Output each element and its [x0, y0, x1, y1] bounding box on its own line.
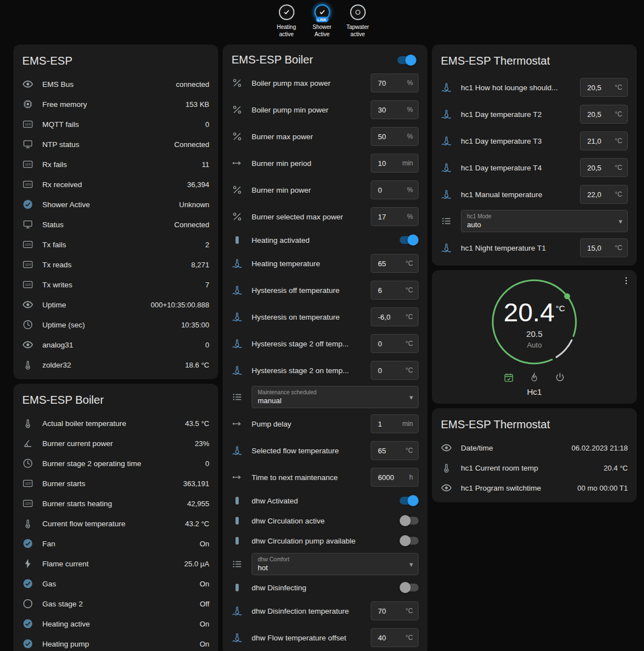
number-input[interactable]: 40°C: [371, 628, 419, 647]
entity-row: Boiler pump max power70%: [232, 70, 419, 96]
number-input[interactable]: 0°C: [371, 361, 419, 380]
entity-row[interactable]: Uptime000+10:35:00.888: [22, 295, 209, 315]
number-input[interactable]: 21,0°C: [580, 131, 628, 150]
number-unit: %: [407, 133, 413, 140]
entity-row[interactable]: NTP statusConnected: [22, 134, 209, 154]
card-header-toggle[interactable]: [397, 56, 416, 64]
number-input[interactable]: 15,0°C: [580, 238, 628, 257]
select-input[interactable]: dhw Comforthot▾: [252, 553, 419, 575]
select-input[interactable]: hc1 Modeauto▾: [461, 210, 628, 232]
number-input[interactable]: 0%: [371, 180, 419, 199]
badge-tapwater-active[interactable]: Tapwater active: [343, 4, 373, 38]
entity-label: hc1 Program switchtime: [461, 484, 568, 492]
number-input[interactable]: 30%: [371, 100, 419, 119]
entity-row: hc1 How hot lounge should...20,5°C: [441, 74, 628, 101]
number-input[interactable]: 70°C: [371, 601, 419, 620]
more-options-icon[interactable]: [621, 276, 631, 286]
number-value: 0: [378, 186, 382, 194]
number-input[interactable]: -6,0°C: [371, 307, 419, 326]
entity-label: hc1 How hot lounge should...: [461, 84, 571, 92]
entity-row[interactable]: Gas stage 2Off: [22, 594, 209, 614]
module-icon: [232, 495, 243, 506]
power-icon[interactable]: [554, 372, 566, 383]
fire-icon[interactable]: [529, 372, 540, 383]
entity-row[interactable]: 123MQTT fails0: [22, 114, 209, 134]
eye-icon: [22, 299, 33, 310]
number-value: 70: [378, 607, 386, 615]
flash-icon: [22, 558, 33, 569]
number-input[interactable]: 6°C: [371, 281, 419, 300]
toggle-switch[interactable]: [400, 236, 419, 244]
entity-row: dhw Circulation pump available: [232, 531, 419, 551]
entity-row[interactable]: zolder3218.6 °C: [22, 355, 209, 375]
card-title: EMS-ESP Thermostat: [432, 408, 637, 438]
entity-row[interactable]: 123Tx reads8,271: [22, 254, 209, 275]
check-icon: [282, 8, 291, 17]
number-input[interactable]: 50%: [371, 127, 419, 146]
entity-row[interactable]: FanOn: [22, 533, 209, 554]
badge-label: Heating active: [272, 23, 302, 38]
entity-label: Heating active: [42, 620, 191, 628]
entity-row[interactable]: GasOn: [22, 574, 209, 594]
entity-row[interactable]: analog310: [22, 335, 209, 355]
toggle-switch[interactable]: [400, 517, 419, 525]
entity-row[interactable]: hc1 Program switchtime00 mo 00:00 T1: [441, 478, 628, 498]
entity-row[interactable]: Actual boiler temperature43.5 °C: [22, 413, 209, 433]
entity-row[interactable]: Heating pumpOn: [22, 634, 209, 651]
number-input[interactable]: 0°C: [371, 334, 419, 353]
counter-icon: 123: [22, 239, 33, 250]
thermostat-dial[interactable]: 20.4°C 20.5 Auto: [484, 276, 584, 371]
target-temperature: 20.5: [526, 329, 542, 339]
number-input[interactable]: 20,5°C: [580, 158, 628, 177]
entity-row[interactable]: 123Burner starts heating42,955: [22, 493, 209, 513]
entity-value: 2: [205, 241, 209, 249]
number-input[interactable]: 70%: [371, 74, 419, 92]
badge-shower-active[interactable]: LINK Shower Active: [307, 4, 337, 38]
entity-row[interactable]: StatusConnected: [22, 214, 209, 234]
counter-icon: 123: [22, 259, 33, 270]
entity-row[interactable]: 123Rx received36,394: [22, 174, 209, 194]
entity-row[interactable]: Date/time06.02.2023 21:18: [441, 438, 628, 458]
tapwater-active-badge-circle: [350, 4, 366, 20]
entity-row[interactable]: Current flow temperature43.2 °C: [22, 513, 209, 533]
toggle-switch[interactable]: [400, 584, 419, 591]
entity-label: Hysteresis on temperature: [252, 313, 362, 321]
entity-row[interactable]: 123Burner starts363,191: [22, 473, 209, 493]
entity-row[interactable]: EMS Busconnected: [22, 74, 209, 94]
number-input[interactable]: 20,5°C: [580, 105, 628, 124]
entity-row[interactable]: Free memory153 KB: [22, 94, 209, 114]
entity-label: Tx reads: [42, 261, 182, 269]
number-input[interactable]: 65°C: [371, 441, 419, 460]
entity-row[interactable]: Uptime (sec)10:35:00: [22, 315, 209, 335]
entity-row[interactable]: 123Tx writes7: [22, 275, 209, 295]
number-input[interactable]: 65°C: [371, 254, 419, 273]
entity-label: Heating pump: [42, 640, 191, 648]
number-input[interactable]: 17%: [371, 207, 419, 226]
toggle-switch[interactable]: [400, 537, 419, 545]
module-icon: [232, 535, 243, 546]
entity-row: Maintenance scheduledmanual▾: [232, 384, 419, 410]
number-input[interactable]: 1min: [371, 414, 419, 433]
entity-row[interactable]: 123Rx fails11: [22, 154, 209, 174]
entity-row[interactable]: hc1 Current room temp20.4 °C: [441, 458, 628, 478]
entity-label: Boiler pump min power: [252, 106, 362, 114]
status-badge-bar: Heating active LINK Shower Active Tapwat…: [0, 0, 644, 40]
entity-row[interactable]: Shower ActiveUnknown: [22, 194, 209, 214]
select-input[interactable]: Maintenance scheduledmanual▾: [252, 386, 419, 408]
entity-row: Heating temperature65°C: [232, 250, 419, 277]
number-input[interactable]: 6000h: [371, 468, 419, 487]
thermo-water-icon: [441, 162, 452, 173]
toggle-switch[interactable]: [400, 497, 419, 505]
number-input[interactable]: 20,5°C: [580, 78, 628, 97]
number-unit: °C: [615, 84, 622, 91]
entity-row[interactable]: Burner current power23%: [22, 433, 209, 453]
number-input[interactable]: 22,0°C: [580, 185, 628, 204]
entity-row[interactable]: Burner stage 2 operating time0: [22, 453, 209, 473]
entity-row[interactable]: Heating activeOn: [22, 614, 209, 634]
badge-heating-active[interactable]: Heating active: [272, 4, 302, 38]
number-input[interactable]: 10min: [371, 154, 419, 173]
calendar-sync-icon[interactable]: [503, 372, 514, 383]
entity-label: EMS Bus: [42, 80, 167, 89]
entity-row[interactable]: 123Tx fails2: [22, 234, 209, 254]
entity-row[interactable]: Flame current25.0 µA: [22, 554, 209, 574]
